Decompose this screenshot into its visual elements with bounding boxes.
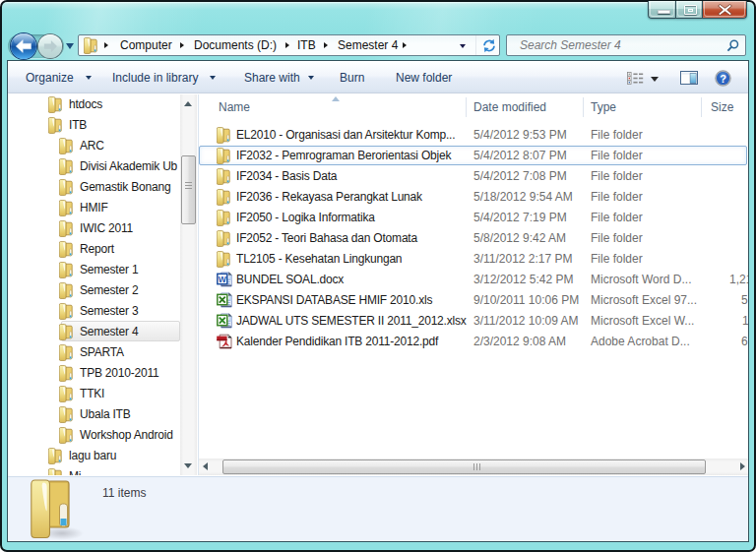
svg-text:?: ? [720,73,726,85]
